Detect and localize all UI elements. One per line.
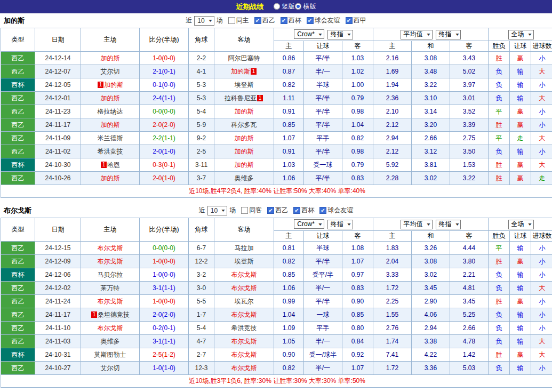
checkbox-unchecked-icon[interactable] (241, 207, 248, 214)
league-cell: 西乙 (1, 322, 35, 335)
odds-cell: 2.04 (373, 255, 412, 268)
team-link[interactable]: 布尔戈斯 (231, 338, 257, 345)
team-link[interactable]: 布尔戈斯 (231, 284, 257, 292)
team-link[interactable]: 布尔戈斯 (231, 271, 257, 278)
team-link[interactable]: 科尔多瓦 (231, 121, 257, 129)
filter-checkbox[interactable]: 西杯 (281, 16, 301, 25)
team-link[interactable]: 布尔戈斯 (98, 258, 123, 265)
team-link[interactable]: 加的斯 (235, 148, 254, 155)
team-link[interactable]: 埃登斯 (235, 81, 254, 89)
team-link[interactable]: 布尔戈斯 (98, 324, 123, 332)
score-cell[interactable]: 0-0(0-0) (140, 105, 189, 118)
score-cell[interactable]: 0-1(0-0) (140, 78, 189, 92)
score-cell[interactable]: 1-0(0-0) (140, 295, 189, 308)
odds-cell: 2.94 (412, 322, 450, 335)
checkbox-checked-icon[interactable] (307, 17, 314, 24)
layout-radio-vertical[interactable]: 竖版 (274, 2, 295, 11)
score-cell[interactable]: 2-0(1-0) (140, 172, 189, 185)
score-cell[interactable]: 2-1(0-1) (140, 65, 189, 78)
full-match-select[interactable]: 全场▼ (508, 30, 534, 39)
team-link[interactable]: 布尔戈斯 (98, 298, 123, 305)
team-link[interactable]: 阿尔巴塞特 (228, 54, 260, 62)
team-link[interactable]: 米兰德斯 (98, 134, 123, 142)
score-cell[interactable]: 3-1(1-1) (140, 282, 189, 295)
final-odds-select[interactable]: 终指▼ (327, 220, 353, 229)
team-link[interactable]: 奥维多 (235, 174, 254, 182)
score-cell[interactable]: 2-5(1-2) (140, 348, 189, 362)
team-link[interactable]: 希洪竞技 (98, 148, 123, 155)
final-odds-select[interactable]: 终指▼ (436, 220, 461, 229)
recent-count-select[interactable]: 10▼ (207, 206, 227, 215)
team-link[interactable]: 桑坦德竞技 (98, 311, 130, 318)
average-odds-select[interactable]: 平均值▼ (401, 30, 433, 39)
team-link[interactable]: 加的斯 (101, 54, 120, 62)
team-link[interactable]: 埃登斯 (235, 258, 254, 265)
average-odds-select[interactable]: 平均值▼ (401, 220, 433, 229)
team-link[interactable]: 艾尔切 (101, 364, 120, 372)
filter-checkbox[interactable]: 球会友谊 (307, 16, 340, 25)
team-link[interactable]: 拉科鲁尼亚 (225, 94, 257, 102)
crown-odds-select[interactable]: Crow*▼ (294, 29, 324, 39)
team-link[interactable]: 加的斯 (235, 108, 254, 115)
team-link[interactable]: 希洪竞技 (231, 324, 257, 332)
team-link[interactable]: 加的斯 (104, 81, 123, 89)
odds-cell: 2.90 (412, 295, 450, 308)
team-link[interactable]: 马贝尔拉 (98, 271, 123, 278)
checkbox-checked-icon[interactable] (254, 17, 261, 24)
checkbox-checked-icon[interactable] (319, 207, 326, 214)
odds-cell: 1.04 (342, 118, 373, 132)
team-link[interactable]: 莫斯图勒士 (94, 351, 126, 358)
team-link[interactable]: 加的斯 (101, 174, 120, 182)
score-cell[interactable]: 1-0(0-0) (140, 52, 189, 65)
checkbox-unchecked-icon[interactable] (228, 17, 235, 24)
recent-count-select[interactable]: 10▼ (194, 16, 214, 26)
team-link[interactable]: 布尔戈斯 (231, 351, 257, 358)
team-link[interactable]: 加的斯 (101, 94, 120, 102)
score-cell[interactable]: 0-0(0-0) (140, 242, 189, 255)
team-link[interactable]: 莱万特 (101, 284, 120, 292)
final-odds-select[interactable]: 终指▼ (327, 30, 353, 39)
score-cell[interactable]: 2-0(2-0) (140, 118, 189, 132)
team-link[interactable]: 布尔戈斯 (231, 364, 257, 372)
team-link[interactable]: 布尔戈斯 (98, 244, 123, 252)
handicap-result-cell: 输 (510, 242, 531, 255)
handicap-result-cell: 输 (510, 362, 531, 375)
score-cell[interactable]: 1-0(1-0) (140, 362, 189, 375)
score-cell[interactable]: 2-2(1-1) (140, 132, 189, 145)
score-cell[interactable]: 0-3(0-1) (140, 158, 189, 172)
score-cell[interactable]: 0-2(0-1) (140, 322, 189, 335)
checkbox-checked-icon[interactable] (281, 17, 287, 24)
team-link[interactable]: 加的斯 (101, 121, 120, 129)
full-match-select[interactable]: 全场▼ (508, 220, 534, 229)
filter-checkbox[interactable]: 西甲 (346, 16, 366, 25)
team-link[interactable]: 加的斯 (235, 161, 254, 169)
score-cell[interactable]: 2-4(1-1) (140, 92, 189, 105)
filter-checkbox[interactable]: 西杯 (293, 206, 314, 215)
filter-checkbox[interactable]: 西乙 (254, 16, 275, 25)
score-cell[interactable]: 3-1(1-1) (140, 335, 189, 348)
team-link[interactable]: 哈恩 (107, 161, 120, 169)
filter-checkbox[interactable]: 同主 (228, 16, 249, 25)
score-cell[interactable]: 2-0(1-0) (140, 145, 189, 158)
checkbox-checked-icon[interactable] (346, 17, 353, 24)
team-link[interactable]: 加的斯 (235, 134, 254, 142)
filter-checkbox[interactable]: 同客 (241, 206, 262, 215)
team-link[interactable]: 格拉纳达 (98, 108, 123, 115)
layout-radio-horizontal[interactable]: 横版 (295, 2, 316, 11)
checkbox-checked-icon[interactable] (293, 207, 300, 214)
crown-odds-select[interactable]: Crow*▼ (294, 219, 324, 229)
team-link[interactable]: 艾尔切 (101, 68, 120, 75)
score-cell[interactable]: 1-0(0-0) (140, 255, 189, 268)
score-cell[interactable]: 1-0(0-0) (140, 268, 189, 282)
team-link[interactable]: 布尔戈斯 (231, 311, 257, 318)
team-link[interactable]: 马拉加 (235, 244, 254, 252)
score-cell[interactable]: 2-0(2-0) (140, 308, 189, 322)
final-odds-select[interactable]: 终指▼ (436, 30, 461, 39)
corners-cell: 5-3 (189, 78, 214, 92)
checkbox-checked-icon[interactable] (267, 207, 274, 214)
team-link[interactable]: 奥维多 (101, 338, 120, 345)
filter-checkbox[interactable]: 西乙 (267, 206, 288, 215)
team-link[interactable]: 加的斯 (231, 68, 250, 75)
filter-checkbox[interactable]: 球会友谊 (319, 206, 353, 215)
team-link[interactable]: 埃瓦尔 (235, 298, 254, 305)
